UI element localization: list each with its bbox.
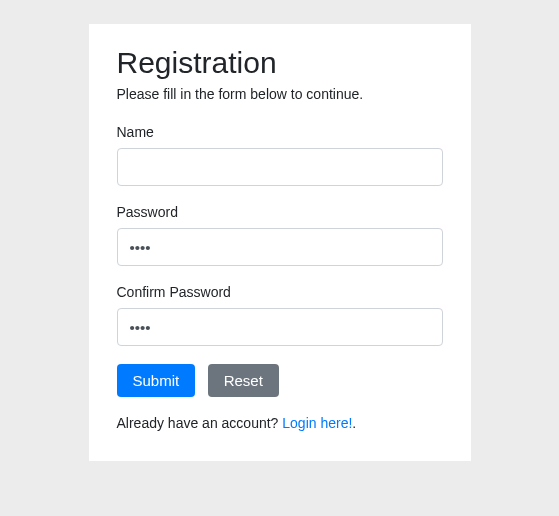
login-link[interactable]: Login here! — [282, 415, 352, 431]
name-label: Name — [117, 124, 443, 140]
reset-button[interactable]: Reset — [208, 364, 279, 397]
login-text: Already have an account? Login here!. — [117, 415, 443, 431]
page-subtitle: Please fill in the form below to continu… — [117, 86, 443, 102]
login-prompt: Already have an account? — [117, 415, 283, 431]
login-suffix: . — [352, 415, 356, 431]
page-title: Registration — [117, 46, 443, 80]
name-input[interactable] — [117, 148, 443, 186]
confirm-password-group: Confirm Password — [117, 284, 443, 346]
confirm-password-label: Confirm Password — [117, 284, 443, 300]
confirm-password-input[interactable] — [117, 308, 443, 346]
name-group: Name — [117, 124, 443, 186]
registration-card: Registration Please fill in the form bel… — [89, 24, 471, 461]
password-group: Password — [117, 204, 443, 266]
password-input[interactable] — [117, 228, 443, 266]
button-row: Submit Reset — [117, 364, 443, 397]
submit-button[interactable]: Submit — [117, 364, 196, 397]
password-label: Password — [117, 204, 443, 220]
